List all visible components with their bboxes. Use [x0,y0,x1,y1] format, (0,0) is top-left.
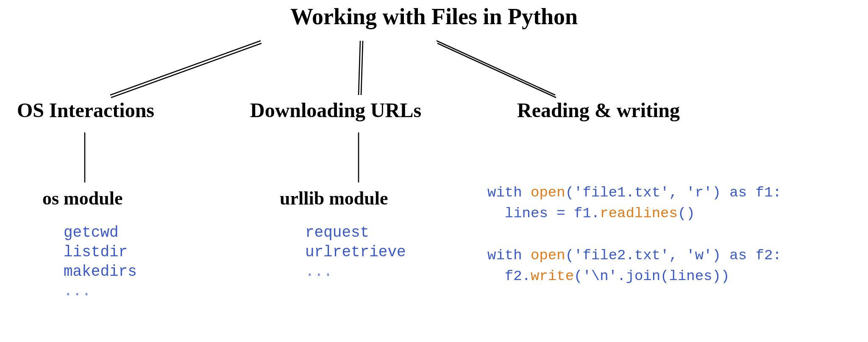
svg-line-2 [359,41,360,95]
diagram-stage: Working with Files in Python OS Interact… [0,0,868,342]
svg-line-5 [437,43,556,98]
svg-line-1 [111,43,262,98]
branch-os-heading: OS Interactions [17,98,154,122]
branch-os-items: getcwd listdir makedirs ... [64,223,137,301]
svg-line-0 [110,41,261,95]
branch-rw-heading: Reading & writing [517,98,680,122]
branch-os-module: os module [42,188,122,209]
branch-rw-code: with open('file1.txt', 'r') as f1: lines… [487,182,782,287]
branch-url-items: request urlretrieve ... [305,223,406,282]
svg-line-4 [437,41,555,95]
svg-line-3 [361,41,363,95]
branch-url-module: urllib module [280,188,388,209]
root-title: Working with Files in Python [290,3,578,30]
branch-url-heading: Downloading URLs [250,98,421,122]
